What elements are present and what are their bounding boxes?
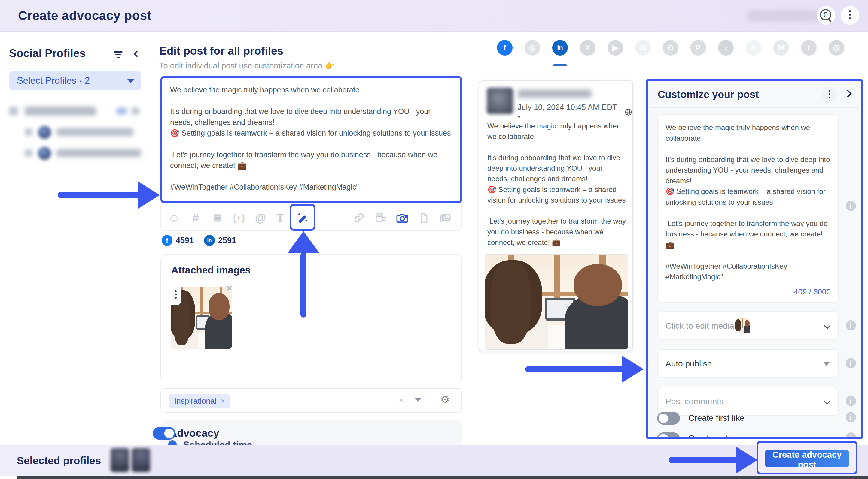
network-tiktok-icon[interactable]: ♪: [718, 40, 734, 56]
profile-name-blurred: [518, 90, 592, 98]
link-icon[interactable]: [350, 205, 368, 231]
auto-publish-dropdown[interactable]: Auto publish: [657, 349, 839, 378]
network-reddit-icon[interactable]: ʘ: [663, 40, 678, 56]
page-title: Create advocacy post: [18, 8, 151, 23]
image-options-button[interactable]: [170, 286, 181, 305]
advocacy-toggle[interactable]: [153, 427, 176, 440]
social-profiles-sidebar: Social Profiles Select Profiles · 2: [0, 32, 150, 445]
ai-assistant-button[interactable]: [290, 204, 315, 231]
geo-targeting-label: Geo targeting: [688, 434, 739, 439]
network-threads-icon[interactable]: @: [829, 40, 844, 56]
network-facebook-icon[interactable]: f: [497, 40, 513, 56]
camera-icon[interactable]: [394, 205, 411, 231]
tag-select-bar[interactable]: Inspirational × × ⚙: [160, 388, 462, 413]
network-instagram-icon[interactable]: ◎: [525, 40, 540, 56]
edit-media-row[interactable]: Click to edit media: [657, 311, 839, 340]
sidebar-title: Social Profiles: [9, 47, 86, 60]
kebab-icon: [829, 90, 831, 92]
tags-chevron-down-icon[interactable]: [415, 398, 421, 402]
profile-group-row-blurred[interactable]: [0, 104, 150, 122]
mention-icon[interactable]: @: [252, 205, 269, 231]
filter-icon[interactable]: [114, 51, 123, 58]
create-advocacy-post-page: Create advocacy post 0 Social Profiles S…: [0, 0, 868, 479]
remove-image-button[interactable]: ×: [226, 282, 232, 294]
globe-icon: [624, 108, 632, 116]
annotation-arrow-customize-panel: [525, 356, 644, 383]
info-icon[interactable]: [846, 396, 856, 406]
post-comments-label: Post comments: [665, 397, 723, 406]
video-icon[interactable]: [372, 205, 390, 231]
collapse-sidebar-icon[interactable]: [134, 50, 141, 57]
network-linkedin-icon[interactable]: in: [552, 40, 568, 56]
create-first-like-toggle[interactable]: [657, 412, 680, 425]
network-x-icon[interactable]: X: [580, 40, 595, 56]
customize-menu-button[interactable]: [822, 87, 837, 102]
geo-targeting-toggle[interactable]: [657, 433, 680, 439]
network-tumblr-icon[interactable]: t: [801, 40, 817, 56]
clear-tags-icon[interactable]: ×: [398, 395, 404, 406]
editor-subtitle: To edit individual post use customizatio…: [159, 61, 335, 71]
notification-bubble-icon: 0: [820, 9, 831, 21]
network-google-business-icon[interactable]: G: [635, 40, 651, 56]
bottom-scrollbar[interactable]: [18, 476, 868, 479]
magic-wand-icon: [296, 210, 309, 224]
editor-title: Edit post for all profiles: [159, 45, 283, 57]
profile-row-blurred[interactable]: [0, 125, 150, 143]
network-tabs: f◎inX▶GʘP♪SMt@: [497, 40, 844, 56]
media-library-icon[interactable]: [437, 205, 454, 231]
network-youtube-icon[interactable]: ▶: [608, 40, 623, 56]
document-icon[interactable]: [415, 205, 433, 231]
info-icon[interactable]: [846, 412, 856, 422]
app-header: Create advocacy post 0: [0, 0, 868, 32]
annotation-arrow-ai-button: [288, 231, 319, 318]
notifications-button[interactable]: 0: [817, 6, 835, 25]
facebook-char-count: f 4591: [162, 235, 194, 246]
annotation-arrow-post-text: [58, 181, 160, 209]
tag-chip-close-icon[interactable]: ×: [220, 397, 225, 405]
snippet-icon[interactable]: ≣: [209, 205, 226, 231]
kebab-icon: [175, 290, 177, 292]
tag-settings-gear-icon[interactable]: ⚙: [440, 394, 450, 406]
post-comments-dropdown[interactable]: Post comments: [657, 387, 839, 416]
network-snapchat-icon[interactable]: S: [746, 40, 761, 56]
text-style-icon[interactable]: T: [272, 205, 289, 231]
divider: [650, 107, 859, 108]
network-medium-icon[interactable]: M: [773, 40, 789, 56]
attached-image-thumbnail[interactable]: [170, 286, 232, 349]
create-button-highlight-box: Create advocacy post: [756, 441, 858, 475]
customize-post-panel: Customize your post We believe the magic…: [646, 79, 863, 439]
post-date: July 10, 2024 10:45 AM EDT •: [518, 103, 632, 121]
post-text-input[interactable]: We believe the magic truly happens when …: [160, 76, 462, 203]
profile-row-blurred[interactable]: [0, 146, 150, 164]
hashtag-icon[interactable]: #: [187, 205, 204, 231]
info-icon[interactable]: [846, 201, 856, 211]
create-advocacy-post-button[interactable]: Create advocacy post: [765, 450, 849, 467]
select-profiles-dropdown[interactable]: Select Profiles · 2: [9, 71, 141, 90]
avatar-blurred: [487, 88, 513, 114]
chevron-down-icon: [824, 398, 831, 405]
char-counter: 409 / 3000: [657, 287, 839, 297]
divider: [431, 389, 431, 412]
facebook-icon: f: [162, 235, 173, 246]
info-icon[interactable]: [846, 358, 856, 368]
network-pinterest-icon[interactable]: P: [690, 40, 706, 56]
customize-title: Customize your post: [658, 89, 758, 100]
linkedin-char-count: in 2591: [204, 235, 236, 246]
linkedin-count-value: 2591: [218, 236, 236, 245]
media-mini-thumbnail: [735, 318, 750, 334]
tag-chip-inspirational[interactable]: Inspirational ×: [169, 394, 230, 408]
collapse-panel-icon[interactable]: [844, 90, 851, 97]
select-profiles-label: Select Profiles · 2: [17, 75, 90, 86]
info-icon[interactable]: [846, 433, 856, 439]
info-icon[interactable]: [846, 320, 856, 331]
geo-targeting-row: Geo targeting: [657, 433, 839, 439]
customize-post-text-input[interactable]: We believe the magic truly happens when …: [657, 114, 839, 303]
create-first-like-row: Create first like: [657, 412, 839, 426]
selected-profiles-label: Selected profiles: [17, 455, 101, 467]
attached-images-title: Attached images: [171, 265, 251, 276]
notification-count: 0: [824, 10, 828, 19]
emoji-icon[interactable]: ☺: [165, 205, 183, 231]
header-menu-button[interactable]: [841, 6, 859, 25]
active-tab-underline: [553, 64, 567, 66]
variable-icon[interactable]: {+}: [230, 205, 248, 231]
